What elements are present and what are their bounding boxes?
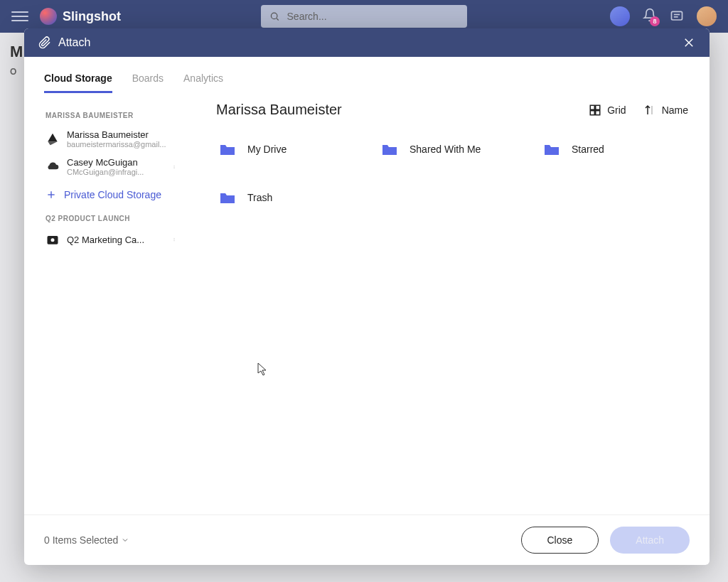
notification-badge: 8 (650, 16, 660, 26)
tab-analytics[interactable]: Analytics (183, 72, 223, 93)
plus-icon (46, 189, 57, 200)
folder-label: Trash (247, 192, 272, 203)
svg-point-14 (174, 239, 175, 240)
attach-button[interactable]: Attach (610, 527, 690, 554)
folder-starred[interactable]: Starred (540, 139, 688, 159)
sort-icon (643, 104, 656, 117)
org-avatar[interactable] (610, 6, 630, 26)
brand-logo[interactable]: Slingshot (40, 8, 121, 25)
svg-rect-1 (672, 11, 682, 20)
search-icon (269, 11, 280, 22)
svg-point-12 (51, 238, 55, 242)
logo-icon (40, 8, 57, 25)
attach-modal: Attach Cloud Storage Boards Analytics MA… (24, 28, 710, 565)
svg-point-8 (174, 168, 175, 168)
brand-name: Slingshot (63, 9, 121, 24)
tab-boards[interactable]: Boards (132, 72, 164, 93)
grid-icon (589, 104, 601, 117)
svg-point-0 (271, 13, 277, 18)
close-icon[interactable] (682, 36, 695, 49)
paperclip-icon (38, 36, 51, 49)
panel-title: Marissa Baumeister (216, 102, 342, 118)
account-name: Marissa Baumeister (67, 129, 179, 140)
account-name: Casey McGuigan (67, 157, 162, 168)
user-avatar[interactable] (697, 6, 717, 26)
tabs: Cloud Storage Boards Analytics (24, 57, 710, 93)
search-input[interactable] (287, 11, 459, 22)
folder-shared[interactable]: Shared With Me (378, 139, 526, 159)
folder-label: Shared With Me (410, 144, 481, 155)
folder-icon (219, 142, 236, 156)
chat-icon[interactable] (670, 9, 684, 23)
folder-trash[interactable]: Trash (216, 188, 364, 208)
account-email: baumeistermarissa@gmail... (67, 140, 179, 149)
account-email: CMcGuigan@infragi... (67, 168, 162, 176)
svg-point-7 (174, 166, 175, 167)
svg-rect-16 (590, 105, 594, 109)
sidebar-section-heading: MARISSA BAUMEISTER (37, 106, 188, 125)
cloud-icon (46, 160, 60, 174)
folder-grid: My Drive Shared With Me Starred Trash (216, 139, 688, 208)
sidebar-section-heading-2: Q2 PRODUCT LAUNCH (37, 209, 188, 228)
add-private-storage[interactable]: Private Cloud Storage (37, 180, 188, 209)
view-label: Grid (607, 104, 626, 116)
close-button[interactable]: Close (521, 527, 599, 554)
more-icon[interactable] (169, 162, 179, 172)
add-storage-label: Private Cloud Storage (64, 189, 161, 200)
folder-icon (543, 142, 560, 156)
item-name: Q2 Marketing Ca... (67, 235, 162, 245)
sort-toggle[interactable]: Name (643, 104, 688, 117)
folder-icon (219, 190, 236, 205)
folder-my-drive[interactable]: My Drive (216, 139, 364, 159)
account-item-onedrive[interactable]: Casey McGuigan CMcGuigan@infragi... (37, 153, 188, 180)
svg-point-13 (174, 238, 175, 239)
gdrive-icon (46, 132, 60, 146)
modal-footer: 0 Items Selected Close Attach (24, 514, 710, 565)
chevron-down-icon (121, 536, 129, 544)
svg-point-15 (174, 240, 175, 241)
menu-button[interactable] (11, 8, 28, 25)
notifications-button[interactable]: 8 (643, 8, 657, 25)
tab-cloud-storage[interactable]: Cloud Storage (44, 72, 112, 93)
svg-rect-19 (596, 110, 600, 114)
modal-title: Attach (58, 36, 90, 49)
account-item-gdrive[interactable]: Marissa Baumeister baumeistermarissa@gma… (37, 125, 188, 153)
svg-point-6 (174, 165, 175, 166)
sort-label: Name (662, 104, 688, 116)
svg-rect-17 (596, 105, 600, 109)
folder-label: My Drive (247, 144, 287, 155)
main-panel: Marissa Baumeister Grid Name (195, 93, 710, 514)
more-icon[interactable] (169, 235, 179, 244)
folder-label: Starred (572, 144, 604, 155)
sidebar: MARISSA BAUMEISTER Marissa Baumeister ba… (24, 93, 195, 514)
selected-count[interactable]: 0 Items Selected (44, 534, 129, 546)
svg-rect-18 (590, 110, 594, 114)
view-toggle-grid[interactable]: Grid (589, 104, 626, 117)
folder-icon (381, 142, 398, 156)
search-box[interactable] (261, 5, 467, 28)
sidebar-item-campaign[interactable]: Q2 Marketing Ca... (37, 228, 188, 251)
modal-header: Attach (24, 28, 710, 57)
camera-icon (46, 232, 60, 247)
